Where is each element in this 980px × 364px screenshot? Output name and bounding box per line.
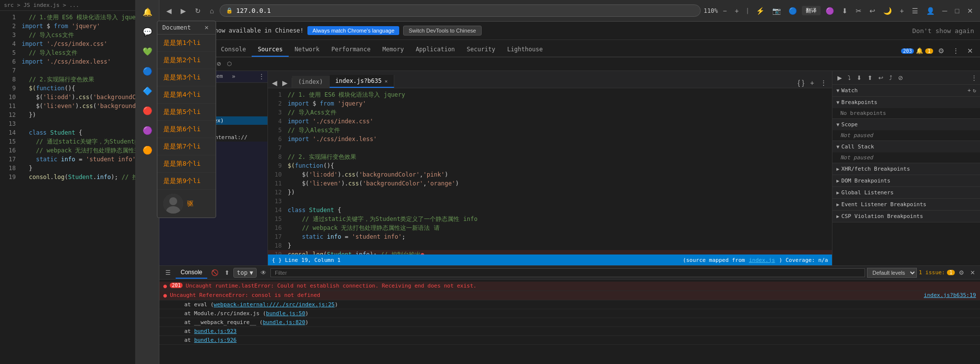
always-match-language-button[interactable]: Always match Chrome's language	[307, 26, 399, 35]
console-clear-button[interactable]: 🚫	[209, 268, 221, 277]
forward-button[interactable]: ▶	[178, 5, 189, 17]
translate-button[interactable]: 翻译	[802, 6, 821, 15]
bookmarks-button[interactable]: ✂	[853, 5, 865, 17]
console-close-button[interactable]: ✕	[968, 268, 977, 277]
devtools-settings-button[interactable]: ⚙	[935, 45, 947, 57]
share-button[interactable]: 🔵	[786, 5, 800, 17]
tab-application[interactable]: Application	[410, 43, 460, 57]
doc-item-8[interactable]: 是是第8个li	[157, 155, 216, 173]
editor-nav-forward[interactable]: ▶	[280, 78, 290, 88]
editor-tab-index-entry[interactable]: (index)	[292, 76, 330, 88]
doc-item-9[interactable]: 是是第9个li	[157, 173, 216, 190]
step-over-btn[interactable]: ⤵	[846, 73, 853, 82]
editor-more-button[interactable]: ⋮	[818, 78, 829, 88]
extensions-button[interactable]: 🟣	[823, 5, 837, 17]
activity-icon-purple[interactable]: 🟣	[140, 122, 155, 138]
console-error-link-2[interactable]: index.js?b635:19	[924, 292, 976, 298]
stack-link-3[interactable]: bundle.js:820	[263, 319, 305, 326]
close-window-button[interactable]: ✕	[964, 5, 976, 17]
tab-console[interactable]: Console	[215, 43, 252, 57]
global-listeners-header[interactable]: ▶ Global Listeners	[832, 187, 980, 198]
console-menu-button[interactable]: ☰	[162, 267, 174, 278]
activity-icon-orange[interactable]: 🟠	[140, 142, 155, 158]
activity-icon-chat[interactable]: 💬	[140, 24, 155, 39]
tab-network[interactable]: Network	[289, 43, 326, 57]
scope-section-header[interactable]: ▼ Scope	[832, 119, 980, 130]
stack-link-4[interactable]: bundle.js:923	[194, 328, 236, 334]
source-map-link[interactable]: index.js	[749, 257, 775, 263]
debugger-more-button[interactable]: ⋮	[971, 74, 977, 81]
addtab-button[interactable]: +	[897, 5, 906, 17]
dom-breakpoints-header[interactable]: ▶ DOM Breakpoints	[832, 175, 980, 186]
menu-button[interactable]: ☰	[909, 5, 921, 17]
step-btn[interactable]: ↩	[876, 73, 885, 82]
ft-tab-more[interactable]: »	[229, 71, 238, 82]
console-eye-button[interactable]: 👁	[259, 268, 268, 277]
tab-security[interactable]: Security	[461, 43, 501, 57]
ft-more-button[interactable]: ⋮	[256, 71, 267, 82]
downloads-button[interactable]: ⬇	[839, 5, 851, 17]
maximize-button[interactable]: □	[952, 5, 962, 17]
doc-item-3[interactable]: 是是第3个li	[157, 69, 216, 86]
reload-button[interactable]: ↻	[192, 5, 204, 17]
watch-section-header[interactable]: ▼ Watch + ↻	[832, 85, 980, 96]
breakpoints-section-header[interactable]: ▼ Breakpoints	[832, 97, 980, 108]
step-into-btn[interactable]: ⬇	[855, 73, 864, 82]
tab-performance[interactable]: Performance	[326, 43, 377, 57]
deactivate-btn[interactable]: ⊘	[896, 73, 905, 82]
pretty-print-button[interactable]: { }	[796, 78, 806, 88]
step2-btn[interactable]: ⤴	[887, 73, 894, 82]
add-script-breakpoint-button[interactable]: +	[808, 78, 816, 88]
doc-item-1[interactable]: 是是第1个li	[157, 35, 216, 52]
doc-item-5[interactable]: 是是第5个li	[157, 104, 216, 121]
doc-item-6[interactable]: 是是第6个li	[157, 121, 216, 138]
stack-link-2[interactable]: bundle.js:50	[266, 310, 305, 317]
back-button[interactable]: ◀	[163, 5, 175, 17]
resume-button[interactable]: ▶	[835, 73, 844, 82]
xhr-fetch-section-header[interactable]: ▶ XHR/fetch Breakpoints	[832, 163, 980, 175]
tab-memory[interactable]: Memory	[377, 43, 410, 57]
screenshot-button[interactable]: 📷	[769, 5, 784, 17]
console-level-select[interactable]: Default levels	[867, 268, 917, 278]
event-listener-header[interactable]: ▶ Event Listener Breakpoints	[832, 199, 980, 210]
doc-item-4[interactable]: 是是第4个li	[157, 86, 216, 104]
doc-item-7[interactable]: 是是第7个li	[157, 138, 216, 155]
editor-tab-indexjs[interactable]: index.js?b635 ✕	[330, 75, 394, 88]
activity-icon-bell[interactable]: 🔔	[140, 4, 155, 20]
pause-on-exceptions-button[interactable]: ⬡	[225, 60, 234, 68]
back2-button[interactable]: ↩	[867, 5, 878, 17]
csp-violation-header[interactable]: ▶ CSP Violation Breakpoints	[832, 211, 980, 222]
address-bar[interactable]: 🔒 127.0.0.1	[220, 4, 700, 17]
editor-tab-close-button[interactable]: ✕	[385, 78, 388, 84]
console-tab-button[interactable]: Console	[176, 267, 207, 279]
activity-icon-blue2[interactable]: 🔷	[140, 83, 155, 99]
nightmode-button[interactable]: 🌙	[880, 5, 895, 17]
console-up-button[interactable]: ⬆	[223, 268, 231, 277]
document-panel-close[interactable]: ✕	[202, 25, 211, 31]
watch-refresh-button[interactable]: ↻	[973, 87, 976, 94]
account-button[interactable]: 👤	[923, 5, 938, 17]
activity-icon-wechat[interactable]: 💚	[140, 43, 155, 59]
call-stack-section-header[interactable]: ▼ Call Stack	[832, 141, 980, 152]
editor-nav-back[interactable]: ◀	[270, 78, 279, 88]
dont-show-again-button[interactable]: Don't show again	[912, 27, 974, 35]
performance-button[interactable]: ⚡	[753, 5, 767, 17]
stack-link-1[interactable]: webpack-internal:///./src/index.js:25	[214, 301, 335, 308]
zoom-decrease[interactable]: −	[720, 5, 730, 17]
console-filter-input[interactable]	[270, 268, 865, 277]
zoom-increase[interactable]: +	[732, 5, 742, 17]
tab-lighthouse[interactable]: Lighthouse	[501, 43, 549, 57]
activity-icon-blue1[interactable]: 🔵	[140, 63, 155, 79]
watch-add-button[interactable]: +	[968, 87, 971, 94]
home-button[interactable]: ⌂	[207, 5, 217, 17]
minimize-button[interactable]: ─	[940, 5, 950, 17]
doc-item-2[interactable]: 是是第2个li	[157, 52, 216, 69]
step-out-btn[interactable]: ⬆	[866, 73, 874, 82]
stack-link-5[interactable]: bundle.js:926	[194, 337, 236, 343]
devtools-close-button[interactable]: ✕	[964, 45, 976, 57]
tab-sources[interactable]: Sources	[252, 43, 289, 57]
devtools-more-button[interactable]: ⋮	[949, 45, 962, 57]
activity-icon-red[interactable]: 🔴	[140, 103, 155, 118]
top-selector[interactable]: top ▼	[233, 268, 257, 278]
console-settings-button[interactable]: ⚙	[957, 268, 966, 277]
